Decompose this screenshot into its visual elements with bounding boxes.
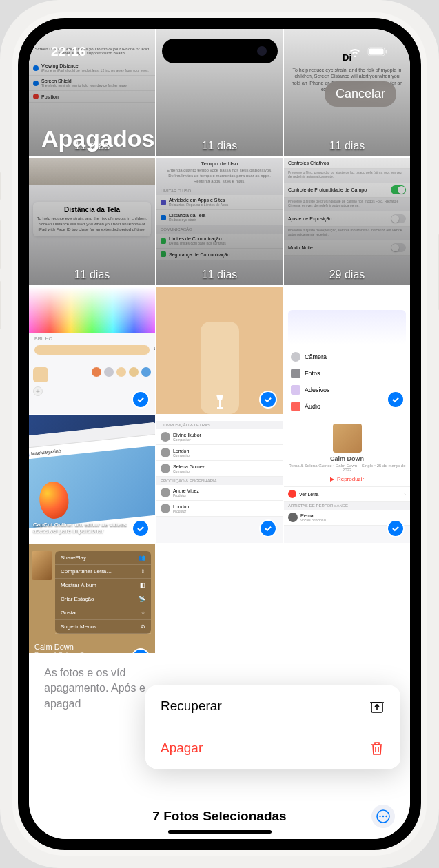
days-badge: 11 dias bbox=[156, 269, 283, 281]
days-badge: 11 dias bbox=[29, 140, 155, 152]
days-badge: 11 dias bbox=[29, 269, 155, 281]
album-icon: ◧ bbox=[140, 582, 145, 588]
status-time: 22:16 bbox=[51, 44, 86, 59]
selection-check-icon bbox=[132, 391, 150, 409]
days-badge: 29 dias bbox=[284, 269, 410, 281]
svg-point-5 bbox=[379, 816, 380, 817]
shareplay-icon: 👥 bbox=[139, 555, 145, 561]
delete-label: Apagar bbox=[161, 741, 203, 756]
thumb-8[interactable]: Câmera Fotos Adesivos Áudio bbox=[284, 287, 410, 414]
screen: 22:16 Cancelar Apagados Screen Distance … bbox=[29, 29, 410, 839]
svg-point-7 bbox=[385, 816, 387, 817]
recover-button[interactable]: Recuperar bbox=[145, 685, 400, 727]
thumb-3[interactable]: Distância da Tela To help reduce eye str… bbox=[29, 158, 155, 285]
station-icon: 📡 bbox=[139, 596, 145, 602]
mute-switch[interactable] bbox=[0, 172, 1, 200]
thumb-7[interactable] bbox=[156, 287, 283, 414]
phone-frame: 22:16 Cancelar Apagados Screen Distance … bbox=[0, 0, 439, 868]
share-icon: ⇪ bbox=[141, 568, 145, 575]
thumb-11[interactable]: Calm Down Rema & Selena Gómez • Calm Dow… bbox=[284, 415, 410, 543]
dislike-icon: ⊘ bbox=[141, 623, 145, 630]
selection-check-icon bbox=[387, 391, 405, 409]
selection-check-icon bbox=[259, 391, 277, 409]
photo-grid: Screen Distance encourages you to move y… bbox=[29, 29, 410, 672]
selection-count: 7 Fotos Selecionadas bbox=[152, 809, 286, 824]
more-button[interactable] bbox=[371, 805, 395, 828]
bezel: 22:16 Cancelar Apagados Screen Distance … bbox=[12, 12, 427, 856]
status-icons bbox=[348, 47, 388, 57]
thumb-9[interactable]: MacMagazine CapCut Online: um editor de … bbox=[29, 415, 155, 543]
battery-icon bbox=[367, 47, 388, 56]
dynamic-island bbox=[162, 39, 278, 63]
thumb-6[interactable]: BRILHO 100% + bbox=[29, 287, 155, 414]
recover-icon bbox=[369, 698, 385, 714]
delete-button[interactable]: Apagar bbox=[145, 727, 400, 769]
thumb-4[interactable]: Tempo de UsoEntenda quanto tempo você pa… bbox=[156, 158, 283, 285]
days-badge: 11 dias bbox=[156, 140, 283, 152]
selection-check-icon bbox=[132, 519, 150, 537]
lamp-icon bbox=[214, 393, 226, 409]
action-sheet: Recuperar Apagar bbox=[145, 685, 400, 769]
recover-label: Recuperar bbox=[161, 699, 222, 714]
wifi-icon bbox=[348, 47, 362, 57]
selection-check-icon bbox=[259, 519, 277, 537]
thumb-5[interactable]: Controles Criativos Preserve o filtro, p… bbox=[284, 158, 410, 285]
trash-icon bbox=[369, 740, 385, 756]
cancel-button[interactable]: Cancelar bbox=[325, 81, 396, 107]
volume-up-button[interactable] bbox=[0, 220, 1, 269]
svg-rect-1 bbox=[369, 49, 384, 55]
screen-border: 22:16 Cancelar Apagados Screen Distance … bbox=[18, 18, 421, 850]
thumb-10[interactable]: COMPOSIÇÃO & LETRAS Divine IkuborComposi… bbox=[156, 415, 283, 543]
footer-bar: 7 Fotos Selecionadas bbox=[29, 809, 410, 824]
volume-down-button[interactable] bbox=[0, 281, 1, 329]
svg-rect-2 bbox=[386, 50, 387, 54]
home-indicator[interactable] bbox=[168, 830, 272, 834]
selection-check-icon bbox=[387, 519, 405, 537]
days-badge: 11 dias bbox=[284, 140, 410, 152]
svg-point-6 bbox=[382, 816, 384, 817]
star-icon: ☆ bbox=[141, 610, 145, 616]
more-icon bbox=[376, 809, 391, 824]
